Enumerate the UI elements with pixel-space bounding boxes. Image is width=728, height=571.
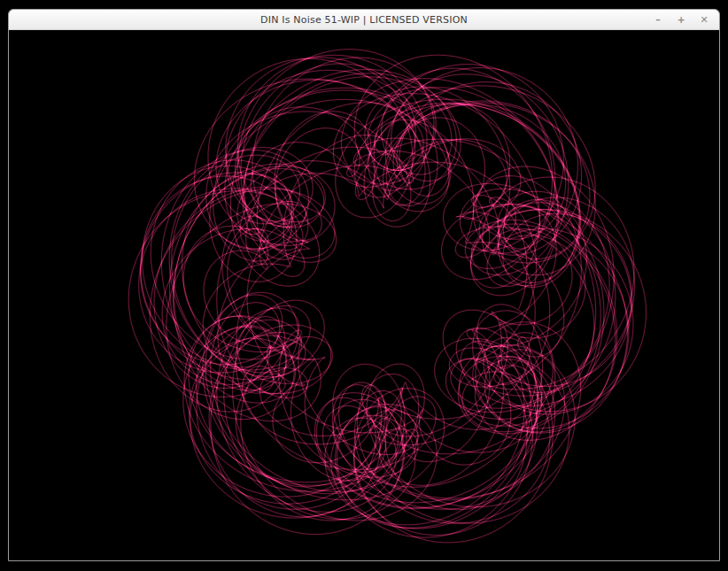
minimize-button[interactable]: – [652,13,664,26]
drone-surface[interactable] [9,30,719,561]
titlebar[interactable]: DIN Is Noise 51-WIP | LICENSED VERSION –… [9,10,719,30]
window-controls: – + ✕ [652,10,710,29]
pattern-canvas[interactable] [9,30,719,561]
close-button[interactable]: ✕ [698,13,710,26]
app-window: DIN Is Noise 51-WIP | LICENSED VERSION –… [8,9,720,561]
desktop: { "window": { "title": "DIN Is Noise 51-… [0,0,728,571]
maximize-button[interactable]: + [675,13,687,26]
window-title: DIN Is Noise 51-WIP | LICENSED VERSION [9,14,719,26]
